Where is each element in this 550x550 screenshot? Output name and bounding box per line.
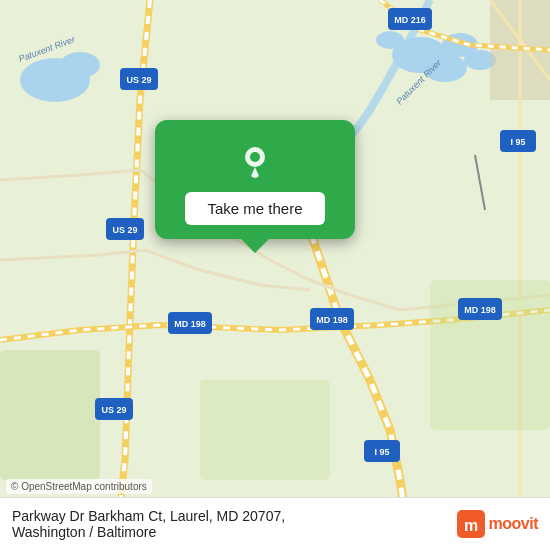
address-text: Parkway Dr Barkham Ct, Laurel, MD 20707,… (12, 508, 447, 540)
take-me-there-button[interactable]: Take me there (185, 192, 324, 225)
moovit-name: moovit (489, 515, 538, 533)
svg-point-35 (250, 152, 260, 162)
svg-text:US 29: US 29 (112, 225, 137, 235)
moovit-logo: m moovit (457, 510, 538, 538)
svg-text:m: m (463, 517, 477, 534)
svg-point-7 (60, 52, 100, 78)
svg-text:I 95: I 95 (374, 447, 389, 457)
svg-rect-9 (0, 350, 100, 480)
osm-attribution: © OpenStreetMap contributors (6, 479, 152, 494)
svg-text:MD 198: MD 198 (464, 305, 496, 315)
svg-text:US 29: US 29 (126, 75, 151, 85)
bottom-info-bar: Parkway Dr Barkham Ct, Laurel, MD 20707,… (0, 497, 550, 550)
moovit-icon: m (457, 510, 485, 538)
svg-text:MD 198: MD 198 (316, 315, 348, 325)
svg-text:MD 216: MD 216 (394, 15, 426, 25)
map-container: US 29 US 29 US 29 MD 216 MD 198 MD 198 M… (0, 0, 550, 550)
svg-point-3 (376, 31, 404, 49)
pin-icon (233, 138, 277, 182)
svg-rect-11 (200, 380, 330, 480)
svg-text:MD 198: MD 198 (174, 319, 206, 329)
svg-text:I 95: I 95 (510, 137, 525, 147)
svg-text:US 29: US 29 (101, 405, 126, 415)
map-background: US 29 US 29 US 29 MD 216 MD 198 MD 198 M… (0, 0, 550, 550)
location-popup: Take me there (155, 120, 355, 239)
